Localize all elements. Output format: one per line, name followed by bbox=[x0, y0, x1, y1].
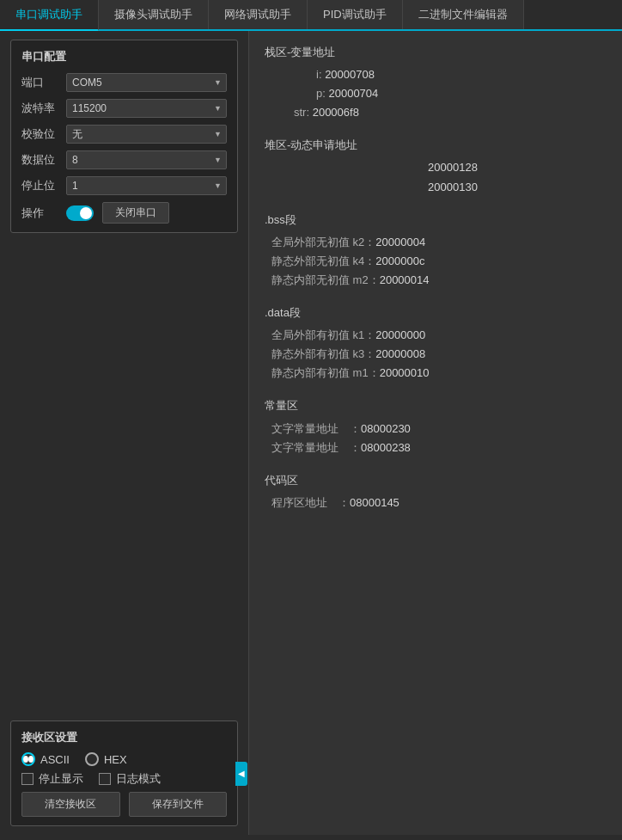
recv-settings-panel: 接收区设置 ASCII HEX 停止显示 bbox=[10, 720, 238, 826]
mem-line-bss-k2: 全局外部无初值 k2：20000004 bbox=[265, 233, 607, 252]
mem-section-bss: .bss段 全局外部无初值 k2：20000004 静态外部无初值 k4：200… bbox=[265, 211, 607, 290]
mem-line-code-1: 程序区地址 ：08000145 bbox=[265, 494, 607, 512]
mem-section-const: 常量区 文字常量地址 ：08000230 文字常量地址 ：08000238 bbox=[265, 396, 607, 457]
mem-line-heap-1: 20000128 bbox=[265, 158, 607, 177]
parity-select-wrapper: 无 bbox=[66, 125, 227, 144]
hex-radio-item[interactable]: HEX bbox=[85, 752, 127, 766]
mem-section-stack: 栈区-变量地址 i: 20000708 p: 20000704 str: 200… bbox=[265, 43, 607, 122]
stop-display-label: 停止显示 bbox=[39, 771, 83, 787]
ascii-radio[interactable] bbox=[21, 752, 35, 766]
collapse-arrow[interactable]: ◀ bbox=[235, 762, 247, 786]
data-row: 数据位 8 bbox=[21, 150, 227, 169]
baud-label: 波特率 bbox=[21, 101, 66, 116]
mem-section-stack-title: 栈区-变量地址 bbox=[265, 43, 607, 62]
tab-network[interactable]: 网络调试助手 bbox=[209, 0, 308, 29]
right-panel: 栈区-变量地址 i: 20000708 p: 20000704 str: 200… bbox=[249, 31, 622, 835]
mem-line-data-k1: 全局外部有初值 k1：20000000 bbox=[265, 326, 607, 345]
mem-line-const-1: 文字常量地址 ：08000230 bbox=[265, 420, 607, 438]
mem-section-data-title: .data段 bbox=[265, 304, 607, 322]
recv-settings-title: 接收区设置 bbox=[21, 730, 227, 745]
mem-line-stack-i: i: 20000708 bbox=[265, 65, 607, 84]
tab-binary[interactable]: 二进制文件编辑器 bbox=[403, 0, 524, 29]
baud-select-wrapper: 115200 bbox=[66, 99, 227, 118]
stop-select-wrapper: 1 bbox=[66, 176, 227, 195]
mem-section-bss-title: .bss段 bbox=[265, 211, 607, 230]
mem-line-data-k3: 静态外部有初值 k3：20000008 bbox=[265, 345, 607, 364]
hex-label: HEX bbox=[104, 753, 127, 766]
data-select[interactable]: 8 bbox=[66, 150, 227, 169]
mem-section-heap: 堆区-动态申请地址 20000128 20000130 bbox=[265, 136, 607, 196]
recv-buttons: 清空接收区 保存到文件 bbox=[21, 792, 227, 817]
tab-pid[interactable]: PID调试助手 bbox=[308, 0, 403, 29]
parity-label: 校验位 bbox=[21, 126, 66, 142]
tab-serial[interactable]: 串口调试助手 bbox=[0, 0, 99, 31]
mem-line-const-2: 文字常量地址 ：08000238 bbox=[265, 438, 607, 457]
serial-config-title: 串口配置 bbox=[21, 49, 227, 64]
baud-select[interactable]: 115200 bbox=[66, 99, 227, 118]
stop-label: 停止位 bbox=[21, 178, 66, 193]
op-label: 操作 bbox=[21, 205, 66, 221]
port-select[interactable]: COM5 bbox=[66, 73, 227, 92]
port-select-wrapper: COM5 bbox=[66, 73, 227, 92]
clear-recv-button[interactable]: 清空接收区 bbox=[21, 792, 120, 817]
mem-section-code-title: 代码区 bbox=[265, 471, 607, 490]
mem-section-heap-title: 堆区-动态申请地址 bbox=[265, 136, 607, 155]
log-mode-label: 日志模式 bbox=[116, 771, 161, 787]
close-port-button[interactable]: 关闭串口 bbox=[102, 202, 169, 224]
baud-row: 波特率 115200 bbox=[21, 99, 227, 118]
data-select-wrapper: 8 bbox=[66, 150, 227, 169]
data-label: 数据位 bbox=[21, 152, 66, 168]
mem-line-heap-2: 20000130 bbox=[265, 178, 607, 197]
mem-section-data: .data段 全局外部有初值 k1：20000000 静态外部有初值 k3：20… bbox=[265, 304, 607, 383]
mem-line-bss-m2: 静态内部无初值 m2：20000014 bbox=[265, 271, 607, 290]
hex-radio[interactable] bbox=[85, 752, 99, 766]
main-layout: 串口配置 端口 COM5 波特率 115200 bbox=[0, 31, 622, 835]
ascii-label: ASCII bbox=[40, 753, 70, 766]
serial-config-panel: 串口配置 端口 COM5 波特率 115200 bbox=[10, 40, 238, 233]
mem-line-stack-str: str: 200006f8 bbox=[265, 103, 607, 122]
parity-row: 校验位 无 bbox=[21, 125, 227, 144]
mem-line-bss-k4: 静态外部无初值 k4：2000000c bbox=[265, 252, 607, 271]
log-mode-checkbox-item[interactable]: 日志模式 bbox=[99, 771, 161, 787]
tab-bar: 串口调试助手 摄像头调试助手 网络调试助手 PID调试助手 二进制文件编辑器 bbox=[0, 0, 622, 31]
stop-row: 停止位 1 bbox=[21, 176, 227, 195]
recv-checkbox-row: 停止显示 日志模式 bbox=[21, 771, 227, 787]
save-file-button[interactable]: 保存到文件 bbox=[129, 792, 228, 817]
operation-row: 操作 关闭串口 bbox=[21, 202, 227, 224]
port-label: 端口 bbox=[21, 75, 66, 90]
stop-display-checkbox[interactable] bbox=[21, 773, 34, 785]
mem-line-data-m1: 静态内部有初值 m1：20000010 bbox=[265, 364, 607, 383]
port-toggle[interactable] bbox=[66, 205, 94, 221]
tab-camera[interactable]: 摄像头调试助手 bbox=[99, 0, 209, 29]
mem-section-code: 代码区 程序区地址 ：08000145 bbox=[265, 471, 607, 512]
mem-section-const-title: 常量区 bbox=[265, 396, 607, 415]
recv-mode-row: ASCII HEX bbox=[21, 752, 227, 766]
parity-select[interactable]: 无 bbox=[66, 125, 227, 144]
stop-display-checkbox-item[interactable]: 停止显示 bbox=[21, 771, 83, 787]
log-mode-checkbox[interactable] bbox=[99, 773, 111, 785]
left-panel: 串口配置 端口 COM5 波特率 115200 bbox=[0, 31, 249, 835]
mem-line-stack-p: p: 20000704 bbox=[265, 84, 607, 103]
port-row: 端口 COM5 bbox=[21, 73, 227, 92]
stop-select[interactable]: 1 bbox=[66, 176, 227, 195]
ascii-radio-item[interactable]: ASCII bbox=[21, 752, 70, 766]
